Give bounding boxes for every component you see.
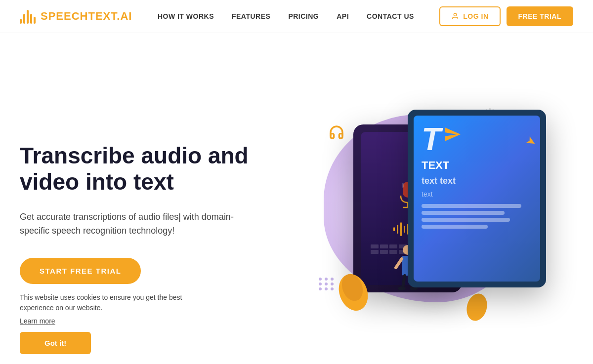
logo-waves-icon [20, 9, 36, 24]
leaf-decoration-left [334, 263, 373, 312]
hero-section: Transcribe audio and video into text Get… [0, 33, 593, 364]
cookie-message: This website uses cookies to ensure you … [20, 292, 203, 313]
illustration-container: ⚙ [314, 95, 551, 332]
leaf-decoration-right [462, 283, 492, 322]
svg-point-0 [454, 13, 457, 16]
nav-how-it-works[interactable]: HOW IT WORKS [158, 12, 214, 20]
paper-plane-icon [445, 127, 461, 141]
svg-point-7 [464, 291, 490, 322]
nav-api[interactable]: API [337, 12, 349, 20]
tablet-device: T TEXT text text text [408, 110, 546, 287]
navbar: SPEECHTEXT.AI HOW IT WORKS FEATURES PRIC… [0, 0, 593, 33]
hero-description: Get accurate transcriptions of audio fil… [20, 210, 257, 239]
learn-more-link[interactable]: Learn more [20, 317, 203, 325]
tablet-screen: T TEXT text text text [414, 116, 540, 282]
text-label-large: TEXT [422, 159, 532, 172]
nav-actions: LOG IN FREE TRIAL [439, 6, 573, 26]
sound-wave-icon [329, 124, 344, 144]
nav-pricing[interactable]: PRICING [288, 12, 319, 20]
logo[interactable]: SPEECHTEXT.AI [20, 9, 132, 24]
hero-illustration: ⚙ [292, 85, 573, 342]
svg-line-12 [403, 276, 405, 287]
text-label-medium: text text [422, 176, 532, 186]
text-T-decoration: T [422, 123, 441, 155]
text-label-small: text [422, 190, 532, 198]
svg-line-10 [396, 259, 402, 268]
login-user-icon [451, 12, 459, 20]
svg-rect-2 [402, 183, 404, 188]
hero-text-block: Transcribe audio and video into text Get… [20, 143, 292, 284]
text-lines-decoration [422, 204, 532, 229]
svg-marker-16 [445, 127, 461, 141]
nav-links: HOW IT WORKS FEATURES PRICING API CONTAC… [158, 12, 414, 21]
svg-point-14 [398, 286, 406, 290]
accept-cookie-button[interactable]: Got it! [20, 332, 91, 354]
login-button[interactable]: LOG IN [439, 6, 500, 26]
decorative-dots [319, 278, 334, 292]
nav-contact-us[interactable]: CONTACT US [367, 12, 414, 20]
logo-text: SPEECHTEXT.AI [41, 10, 132, 23]
nav-features[interactable]: FEATURES [232, 12, 270, 20]
free-trial-nav-button[interactable]: FREE TRIAL [507, 6, 573, 26]
start-free-trial-button[interactable]: START FREE TRIAL [20, 258, 141, 284]
hero-title: Transcribe audio and video into text [20, 143, 292, 195]
cookie-banner: This website uses cookies to ensure you … [20, 292, 203, 354]
